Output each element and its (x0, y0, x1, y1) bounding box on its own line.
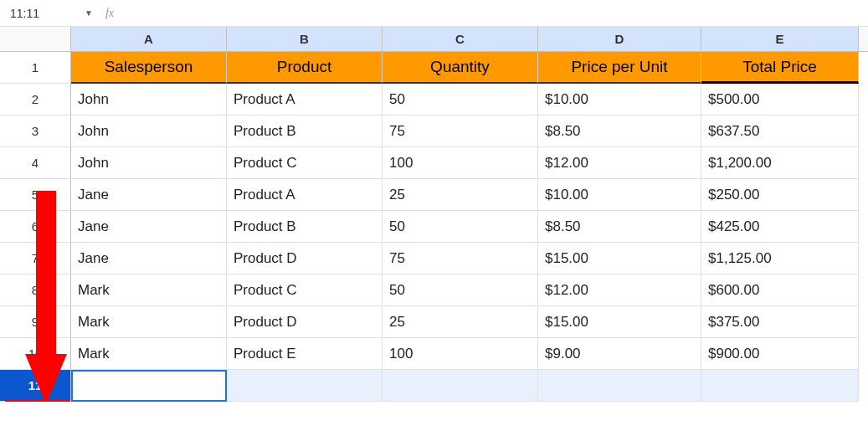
cell-c4[interactable]: 100 (383, 147, 538, 179)
name-box-dropdown-icon[interactable]: ▼ (82, 8, 95, 18)
cell-b4[interactable]: Product C (227, 147, 383, 179)
cell-a1[interactable]: Salesperson (71, 52, 227, 84)
table-row: 2 John Product A 50 $10.00 $500.00 (0, 84, 868, 115)
cell-c3[interactable]: 75 (383, 115, 538, 147)
column-header-b[interactable]: B (227, 27, 383, 51)
cell-a6[interactable]: Jane (71, 211, 227, 243)
table-row: 8 Mark Product C 50 $12.00 $600.00 (0, 274, 868, 306)
cell-d9[interactable]: $15.00 (538, 306, 701, 338)
row-header-1[interactable]: 1 (0, 52, 71, 84)
cell-a10[interactable]: Mark (71, 338, 227, 370)
cell-a2[interactable]: John (71, 84, 227, 115)
cell-c7[interactable]: 75 (383, 243, 538, 274)
cell-c6[interactable]: 50 (383, 211, 538, 243)
cell-b10[interactable]: Product E (227, 338, 383, 370)
cell-b3[interactable]: Product B (227, 115, 383, 147)
column-header-a[interactable]: A (71, 27, 227, 51)
formula-input[interactable] (121, 0, 861, 26)
table-row: 11 (0, 370, 868, 402)
fx-label: fx (105, 7, 114, 20)
cell-a11[interactable] (71, 370, 227, 402)
cell-e7[interactable]: $1,125.00 (701, 243, 859, 274)
formula-bar: 11:11 ▼ fx (0, 0, 868, 27)
row-header-11[interactable]: 11 (0, 370, 71, 402)
cell-e10[interactable]: $900.00 (701, 338, 859, 370)
cell-a5[interactable]: Jane (71, 179, 227, 211)
row-header-4[interactable]: 4 (0, 147, 71, 179)
cell-b8[interactable]: Product C (227, 274, 383, 306)
column-header-row: A B C D E (0, 27, 868, 52)
select-all-corner[interactable] (0, 27, 71, 51)
cell-a4[interactable]: John (71, 147, 227, 179)
cell-e6[interactable]: $425.00 (701, 211, 859, 243)
cell-e5[interactable]: $250.00 (701, 179, 859, 211)
cell-d7[interactable]: $15.00 (538, 243, 701, 274)
cell-d2[interactable]: $10.00 (538, 84, 701, 115)
cell-c2[interactable]: 50 (383, 84, 538, 115)
cell-b11[interactable] (227, 370, 383, 402)
cell-a8[interactable]: Mark (71, 274, 227, 306)
cell-e11[interactable] (701, 370, 859, 402)
cell-c8[interactable]: 50 (383, 274, 538, 306)
row-header-3[interactable]: 3 (0, 115, 71, 147)
row-header-6[interactable]: 6 (0, 211, 71, 243)
cell-d6[interactable]: $8.50 (538, 211, 701, 243)
spreadsheet-grid: A B C D E 1 Salesperson Product Quantity… (0, 27, 868, 402)
table-row: 1 Salesperson Product Quantity Price per… (0, 52, 868, 84)
cell-a9[interactable]: Mark (71, 306, 227, 338)
table-row: 9 Mark Product D 25 $15.00 $375.00 (0, 306, 868, 338)
cell-b9[interactable]: Product D (227, 306, 383, 338)
column-header-e[interactable]: E (701, 27, 859, 51)
cell-e2[interactable]: $500.00 (701, 84, 859, 115)
table-row: 6 Jane Product B 50 $8.50 $425.00 (0, 211, 868, 243)
name-box[interactable]: 11:11 (7, 7, 82, 20)
row-header-2[interactable]: 2 (0, 84, 71, 115)
table-row: 4 John Product C 100 $12.00 $1,200.00 (0, 147, 868, 179)
cell-d8[interactable]: $12.00 (538, 274, 701, 306)
column-header-extra (859, 27, 868, 51)
cell-e8[interactable]: $600.00 (701, 274, 859, 306)
cell-b5[interactable]: Product A (227, 179, 383, 211)
row-header-5[interactable]: 5 (0, 179, 71, 211)
cell-c10[interactable]: 100 (383, 338, 538, 370)
cell-d4[interactable]: $12.00 (538, 147, 701, 179)
cell-a3[interactable]: John (71, 115, 227, 147)
row-header-7[interactable]: 7 (0, 243, 71, 274)
cell-d3[interactable]: $8.50 (538, 115, 701, 147)
table-row: 10 Mark Product E 100 $9.00 $900.00 (0, 338, 868, 370)
table-row: 7 Jane Product D 75 $15.00 $1,125.00 (0, 243, 868, 274)
cell-d10[interactable]: $9.00 (538, 338, 701, 370)
row-header-9[interactable]: 9 (0, 306, 71, 338)
cell-c9[interactable]: 25 (383, 306, 538, 338)
row-header-8[interactable]: 8 (0, 274, 71, 306)
cell-d11[interactable] (538, 370, 701, 402)
cell-c1[interactable]: Quantity (383, 52, 538, 84)
cell-a7[interactable]: Jane (71, 243, 227, 274)
cell-d5[interactable]: $10.00 (538, 179, 701, 211)
column-header-d[interactable]: D (538, 27, 701, 51)
cell-b6[interactable]: Product B (227, 211, 383, 243)
cell-e4[interactable]: $1,200.00 (701, 147, 859, 179)
cell-b7[interactable]: Product D (227, 243, 383, 274)
cell-c5[interactable]: 25 (383, 179, 538, 211)
cell-b2[interactable]: Product A (227, 84, 383, 115)
table-row: 3 John Product B 75 $8.50 $637.50 (0, 115, 868, 147)
cell-e3[interactable]: $637.50 (701, 115, 859, 147)
cell-c11[interactable] (383, 370, 538, 402)
cell-b1[interactable]: Product (227, 52, 383, 84)
column-header-c[interactable]: C (383, 27, 538, 51)
row-header-10[interactable]: 10 (0, 338, 71, 370)
cell-e9[interactable]: $375.00 (701, 306, 859, 338)
table-row: 5 Jane Product A 25 $10.00 $250.00 (0, 179, 868, 211)
cell-d1[interactable]: Price per Unit (538, 52, 701, 84)
cell-e1[interactable]: Total Price (701, 52, 859, 84)
